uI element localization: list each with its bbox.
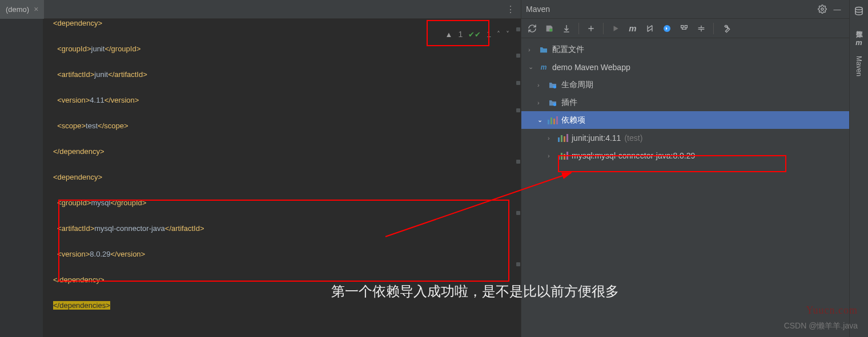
marker [516,159,521,164]
ok-count: 1 [487,30,491,39]
marker [516,108,521,113]
tree-label: mysql:mysql-connector-java:8.0.29 [572,151,695,160]
xml-tag: </artifactId> [165,224,204,233]
chevron-right-icon: › [528,46,535,53]
offline-icon[interactable] [660,21,674,36]
tree-label: 插件 [561,98,577,108]
tree-node-lifecycle[interactable]: › 生命周期 [521,76,849,94]
tree-label: 生命周期 [561,80,593,90]
marker [516,262,521,267]
minimize-icon[interactable]: — [830,2,845,17]
deps-icon [558,133,568,143]
chevron-right-icon: › [537,82,544,88]
xml-tag: <version> [57,250,90,258]
svg-rect-4 [685,25,687,27]
skip-tests-icon[interactable] [642,21,657,36]
gear-icon[interactable] [815,2,830,17]
svg-point-0 [821,8,823,10]
maven-toolbar: m [521,19,849,38]
xml-text: junit [91,44,105,53]
deps-icon [548,115,558,125]
tree-label: 配置文件 [552,44,584,55]
marker [516,210,521,216]
xml-tag: <groupId> [57,198,91,207]
dep-scope: (test) [624,133,642,143]
chevron-down-icon[interactable]: ˅ [506,30,509,38]
chevron-right-icon: › [548,152,554,159]
chevron-right-icon: › [537,99,544,106]
xml-tag: </dependency> [53,147,105,156]
xml-text: 8.0.29 [90,250,110,258]
show-deps-icon[interactable] [677,21,692,36]
wrench-icon[interactable] [718,21,733,36]
svg-point-6 [553,103,556,105]
deps-icon [558,151,568,161]
folder-icon [539,44,549,55]
download-icon[interactable] [559,21,574,36]
xml-tag: </scope> [98,121,128,130]
xml-tag: </version> [110,250,145,258]
marker [516,27,521,32]
maven-rail-icon[interactable]: m [852,35,866,49]
tree-label: demo Maven Webapp [552,63,630,72]
marker [516,80,521,86]
xml-tag: </groupId> [105,44,140,53]
xml-tag: <dependency> [53,173,102,181]
tree-node-dependencies[interactable]: ⌄ 依赖项 [521,111,849,129]
warning-count: 1 [458,30,463,39]
xml-tag: <scope> [57,121,86,130]
generate-sources-icon[interactable] [542,21,557,36]
xml-text: mysql [91,198,111,207]
svg-point-5 [553,85,556,88]
xml-text: test [86,121,98,130]
tree-node-profiles[interactable]: › 配置文件 [521,40,849,58]
xml-tag: </dependency> [53,275,105,284]
xml-tag: <artifactId> [57,224,94,233]
run-icon[interactable] [608,21,623,36]
database-icon[interactable] [852,5,866,18]
warning-icon: ▲ [445,30,453,39]
xml-tag: <groupId> [57,44,91,53]
svg-rect-3 [681,25,684,27]
chevron-down-icon: ⌄ [528,63,535,71]
tree-dep-junit[interactable]: › junit:junit:4.11 (test) [521,129,849,147]
xml-tag: </dependencies> [53,301,110,310]
folder-gear-icon [548,80,558,90]
folder-gear-icon [548,98,558,108]
more-icon[interactable]: ⋮ [500,4,521,15]
code-area[interactable]: <dependency> <groupId>junit</groupId> <a… [43,19,521,327]
editor-tab[interactable]: (demo) × [0,0,44,19]
xml-tag: </artifactId> [108,70,147,79]
marker [516,53,521,58]
chevron-down-icon: ⌄ [537,116,544,124]
chevron-up-icon[interactable]: ˄ [497,30,500,38]
tree-dep-mysql[interactable]: › mysql:mysql-connector-java:8.0.29 [521,147,849,164]
close-icon[interactable]: × [34,5,38,14]
editor-tab-bar: (demo) × ⋮ [0,0,521,19]
tree-node-project[interactable]: ⌄ m demo Maven Webapp [521,58,849,76]
editor-gutter [0,19,43,337]
xml-tag: <version> [57,96,90,104]
svg-point-1 [549,29,552,31]
maven-title: Maven [526,5,815,14]
inspection-bar[interactable]: ▲ 1 ✔✔ 1 ˄ ˅ [441,26,514,43]
chevron-right-icon: › [548,135,554,141]
watermark-site: Yuucn.com [806,304,858,316]
tree-label: 依赖项 [561,115,585,125]
annotation-text: 第一个依赖导入成功啦，是不是比以前方便很多 [331,282,619,301]
m-icon[interactable]: m [625,21,640,36]
xml-tag: <dependency> [53,19,102,27]
svg-point-7 [855,7,862,10]
collapse-icon[interactable] [694,21,709,36]
tree-label: junit:junit:4.11 [572,133,621,143]
reload-icon[interactable] [525,21,540,36]
xml-tag: <artifactId> [57,70,94,79]
xml-text: 4.11 [90,96,104,104]
add-icon[interactable] [584,21,598,36]
rail-label-maven[interactable]: Maven [855,56,863,76]
tree-node-plugins[interactable]: › 插件 [521,94,849,111]
xml-text: mysql-connector-java [94,224,165,233]
check-icon: ✔✔ [468,30,481,39]
maven-header: Maven — [521,0,849,19]
xml-text: junit [94,70,108,79]
